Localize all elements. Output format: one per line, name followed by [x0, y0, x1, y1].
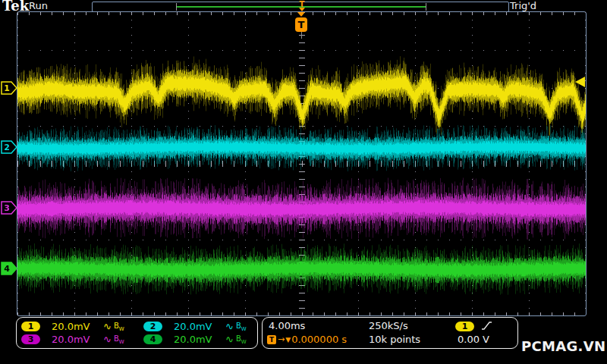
- channel-1-readout: 1 20.0mV ∿ BW: [21, 320, 124, 333]
- channel-2-readout: 2 20.0mV ∿ BW: [143, 320, 247, 333]
- channel-1-bandwidth-icon: BW: [114, 322, 124, 332]
- svg-text:2: 2: [4, 143, 10, 152]
- sample-rate: 250kS/s: [369, 320, 408, 331]
- channel-4-bandwidth-icon: BW: [236, 334, 247, 345]
- trigger-source-badge: 1: [455, 322, 474, 331]
- horizontal-readout-box: 4.00ms 250kS/s 1 T → ▼ 0.000000 s 10k po…: [262, 317, 518, 349]
- svg-text:3: 3: [4, 203, 10, 213]
- record-window-bracket-left: [176, 3, 177, 11]
- channel-2-bandwidth-icon: BW: [236, 322, 247, 332]
- channel-4-marker: 4: [1, 262, 18, 275]
- channel-readout-box: 1 20.0mV ∿ BW 2 20.0mV ∿ BW 3 20.0mV ∿ B…: [16, 317, 258, 349]
- channel-4-readout: 4 20.0mV ∿ BW: [143, 333, 247, 346]
- trigger-source: 1: [455, 321, 493, 331]
- channel-4-scale: 20.0mV: [174, 334, 219, 345]
- svg-text:4: 4: [4, 264, 10, 274]
- channel-3-badge: 3: [21, 334, 40, 344]
- record-window-bracket-right: [426, 3, 426, 11]
- svg-text:1: 1: [4, 83, 10, 93]
- channel-3-scale: 20.0mV: [52, 334, 97, 345]
- channel-2-marker: 2: [1, 140, 18, 154]
- record-trigger-position-icon: T: [297, 2, 307, 11]
- channel-3-readout: 3 20.0mV ∿ BW: [21, 333, 124, 346]
- watermark: PCMAG.VN: [521, 338, 605, 354]
- waveform-canvas: [17, 12, 586, 315]
- channel-1-scale: 20.0mV: [52, 321, 97, 332]
- trigger-delay-value: 0.000000 s: [291, 334, 347, 345]
- channel-4-coupling-icon: ∿ BW: [225, 334, 247, 345]
- channel-3-bandwidth-icon: BW: [114, 334, 124, 345]
- channel-1-marker: 1: [1, 81, 18, 95]
- rising-edge-icon: [481, 321, 493, 331]
- channel-2-scale: 20.0mV: [174, 321, 219, 332]
- channel-3-marker: 3: [1, 201, 18, 215]
- trigger-flag-label: T: [295, 17, 307, 32]
- record-length: 10k points: [369, 334, 420, 345]
- channel-2-coupling-icon: ∿ BW: [225, 321, 247, 332]
- channel-1-coupling-icon: ∿ BW: [103, 321, 124, 332]
- channel-1-badge: 1: [21, 322, 40, 331]
- trigger-flag-stem: [301, 32, 302, 39]
- acquisition-status: Run: [29, 0, 48, 11]
- trigger-level: 0.00 V: [458, 334, 489, 345]
- channel-4-badge: 4: [143, 334, 162, 344]
- trigger-delay-t-icon: T: [267, 335, 276, 344]
- down-triangle-icon: ▼: [285, 336, 291, 344]
- trigger-flag-arrow-icon: [297, 12, 305, 17]
- graticule: [17, 11, 587, 316]
- channel-3-coupling-icon: ∿ BW: [103, 334, 124, 345]
- record-view-bar: T: [92, 2, 509, 12]
- trigger-position-flag: T: [294, 12, 308, 39]
- horizontal-scale: 4.00ms: [269, 320, 305, 331]
- right-arrow-icon: →: [278, 334, 285, 344]
- trigger-status: Trig'd: [510, 0, 536, 11]
- trigger-delay-readout: T → ▼ 0.000000 s: [267, 334, 347, 345]
- channel-2-badge: 2: [143, 322, 162, 331]
- oscilloscope-screen: Tek Run Trig'd T T 1 2 3 4 1 20.0mV: [0, 0, 607, 364]
